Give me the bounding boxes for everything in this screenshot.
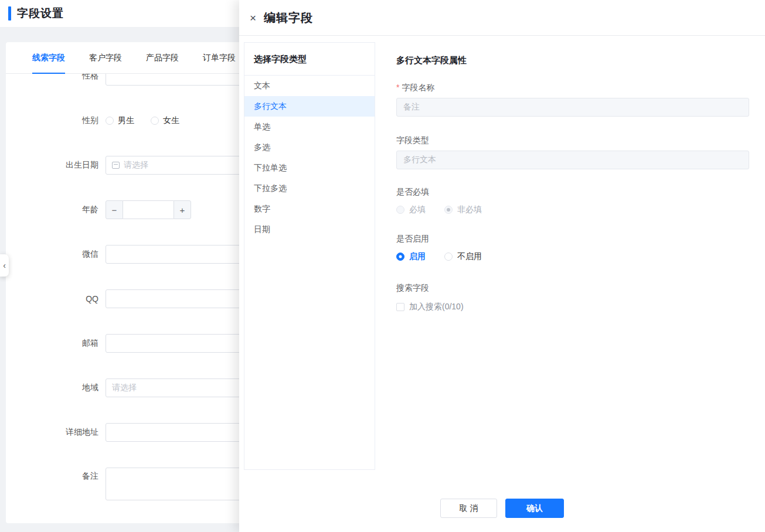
- drawer-title: 编辑字段: [264, 10, 313, 26]
- required-asterisk: *: [396, 83, 399, 92]
- radio-option[interactable]: 男生: [106, 115, 134, 126]
- radio-icon: [106, 117, 114, 125]
- collapse-sidebar-handle[interactable]: ‹: [0, 254, 9, 277]
- field-properties-panel: 多行文本字段属性 *字段名称 备注 字段类型 多行文本 是否必填 必填非必填 是…: [396, 42, 749, 313]
- field-control: 男生女生: [106, 115, 196, 126]
- checkbox-label: 加入搜索(0/10): [409, 302, 464, 312]
- add-to-search-checkbox[interactable]: 加入搜索(0/10): [396, 302, 464, 312]
- calendar-icon: [112, 162, 120, 169]
- field-label: 地域: [6, 383, 106, 393]
- decrease-button[interactable]: −: [106, 200, 123, 219]
- tab-2[interactable]: 客户字段: [89, 42, 122, 73]
- radio-option[interactable]: 女生: [151, 115, 179, 126]
- field-type-item-4[interactable]: 多选: [244, 137, 375, 158]
- increase-button[interactable]: +: [174, 200, 191, 219]
- field-label: 详细地址: [6, 427, 106, 438]
- enabled-group-label: 是否启用: [396, 233, 749, 244]
- radio-option-label: 男生: [118, 115, 134, 126]
- radio-option[interactable]: 非必填: [444, 204, 482, 215]
- radio-icon: [444, 253, 453, 261]
- field-label: QQ: [6, 294, 106, 303]
- field-label: 备注: [6, 471, 106, 482]
- radio-icon: [151, 117, 159, 125]
- radio-option[interactable]: 必填: [396, 204, 426, 215]
- field-name-input[interactable]: 备注: [396, 98, 749, 117]
- required-radio-group: 必填非必填: [396, 204, 749, 215]
- field-label: 性别: [6, 115, 106, 126]
- field-label: 邮箱: [6, 338, 106, 349]
- field-type-item-5[interactable]: 下拉单选: [244, 158, 375, 178]
- field-type-input[interactable]: 多行文本: [396, 151, 749, 169]
- drawer-footer: 取 消 确认: [239, 499, 765, 518]
- title-accent-bar: [8, 6, 11, 21]
- field-type-panel: 选择字段类型 文本多行文本单选多选下拉单选下拉多选数字日期: [244, 42, 375, 470]
- screen: 字段设置 线索字段客户字段产品字段订单字段 性格性别男生女生出生日期请选择年龄−…: [0, 0, 765, 532]
- required-group-label: 是否必填: [396, 186, 749, 197]
- field-label: 出生日期: [6, 160, 106, 170]
- field-type-item-3[interactable]: 单选: [244, 117, 375, 137]
- radio-icon: [396, 206, 404, 214]
- field-type-item-1[interactable]: 文本: [244, 76, 375, 96]
- tab-3[interactable]: 产品字段: [146, 42, 179, 73]
- field-label: 微信: [6, 249, 106, 260]
- input-placeholder: 请选择: [124, 160, 148, 170]
- tab-4[interactable]: 订单字段: [203, 42, 236, 73]
- field-control: −+: [106, 200, 191, 219]
- edit-field-drawer: × 编辑字段 选择字段类型 文本多行文本单选多选下拉单选下拉多选数字日期 多行文…: [239, 0, 765, 532]
- field-type-item-6[interactable]: 下拉多选: [244, 178, 375, 199]
- drawer-header: × 编辑字段: [239, 0, 765, 36]
- radio-option-label: 必填: [409, 204, 426, 215]
- field-name-label-text: 字段名称: [402, 83, 434, 92]
- radio-option[interactable]: 不启用: [444, 251, 482, 262]
- chevron-left-icon: ‹: [3, 261, 6, 270]
- input-placeholder: 请选择: [112, 383, 137, 393]
- radio-option-label: 启用: [409, 251, 426, 262]
- cancel-button[interactable]: 取 消: [440, 499, 497, 518]
- field-type-label: 字段类型: [396, 134, 749, 146]
- field-type-list: 文本多行文本单选多选下拉单选下拉多选数字日期: [244, 76, 375, 240]
- type-panel-title: 选择字段类型: [244, 43, 375, 76]
- enabled-radio-group: 启用不启用: [396, 251, 749, 262]
- page-title: 字段设置: [17, 6, 64, 21]
- field-label: 年龄: [6, 204, 106, 215]
- field-type-item-7[interactable]: 数字: [244, 199, 375, 219]
- checkbox-icon: [396, 303, 404, 311]
- field-name-label: *字段名称: [396, 81, 749, 93]
- field-label: 性格: [6, 74, 106, 81]
- radio-icon: [396, 253, 404, 261]
- radio-option-label: 女生: [163, 115, 179, 126]
- number-stepper: −+: [106, 200, 191, 219]
- radio-option-label: 不启用: [457, 251, 482, 262]
- properties-title: 多行文本字段属性: [396, 55, 749, 66]
- radio-icon: [444, 206, 453, 214]
- number-input[interactable]: [123, 200, 174, 219]
- field-type-item-2[interactable]: 多行文本: [244, 96, 375, 117]
- tab-1[interactable]: 线索字段: [32, 42, 65, 73]
- radio-option-label: 非必填: [457, 204, 482, 215]
- close-icon[interactable]: ×: [250, 12, 256, 23]
- confirm-button[interactable]: 确认: [505, 499, 564, 518]
- search-field-label: 搜索字段: [396, 282, 749, 294]
- radio-option[interactable]: 启用: [396, 251, 426, 262]
- field-type-item-8[interactable]: 日期: [244, 219, 375, 240]
